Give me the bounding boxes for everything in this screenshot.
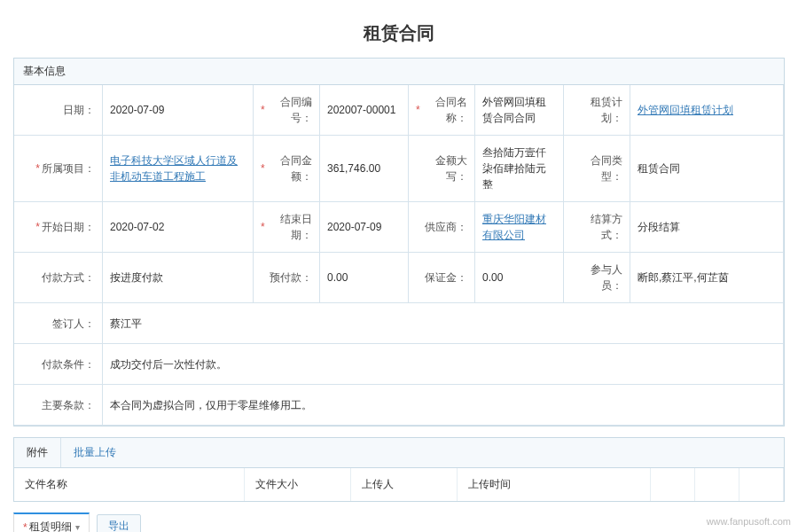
value-settle-method: 分段结算	[630, 202, 784, 253]
value-prepay: 0.00	[320, 253, 409, 303]
col-empty-1	[651, 468, 695, 501]
label-end-date: *结束日期：	[254, 202, 320, 253]
label-deposit: 保证金：	[409, 253, 475, 303]
tab-attachments[interactable]: 附件	[14, 438, 60, 467]
label-contract-no: *合同编号：	[254, 85, 320, 136]
attachments-tabs: 附件 批量上传	[14, 438, 784, 468]
label-settle-method: 结算方式：	[564, 202, 630, 253]
value-end-date: 2020-07-09	[320, 202, 409, 253]
value-pay-method: 按进度付款	[103, 253, 254, 303]
label-prepay: 预付款：	[254, 253, 320, 303]
col-empty-2	[695, 468, 739, 501]
label-amount: *合同金额：	[254, 136, 320, 202]
col-file-size: 文件大小	[245, 468, 351, 501]
info-grid: 日期： 2020-07-09 *合同编号： 202007-00001 *合同名称…	[14, 85, 784, 426]
value-pay-condition: 成功交付后一次性付款。	[103, 344, 784, 385]
value-amount: 361,746.00	[320, 136, 409, 202]
basic-info-panel: 基本信息 日期： 2020-07-09 *合同编号： 202007-00001 …	[13, 58, 785, 426]
label-pay-method: 付款方式：	[14, 253, 103, 303]
value-contract-type: 租赁合同	[630, 136, 784, 202]
batch-upload-link[interactable]: 批量上传	[60, 438, 129, 467]
attachments-panel: 附件 批量上传 文件名称 文件大小 上传人 上传时间	[13, 437, 785, 502]
label-contract-type: 合同类型：	[564, 136, 630, 202]
bottom-toolbar: * 租赁明细 ▾ 导出	[13, 512, 785, 532]
label-amount-cn: 金额大写：	[409, 136, 475, 202]
value-deposit: 0.00	[475, 253, 564, 303]
panel-header: 基本信息	[14, 59, 784, 85]
page-title: 租赁合同	[13, 9, 785, 58]
label-signer: 签订人：	[14, 303, 103, 344]
value-participants: 断郎,蔡江平,何芷茵	[630, 253, 784, 303]
supplier-link[interactable]: 重庆华阳建材有限公司	[482, 211, 556, 243]
value-project: 电子科技大学区域人行道及非机动车道工程施工	[103, 136, 254, 202]
project-link[interactable]: 电子科技大学区域人行道及非机动车道工程施工	[110, 153, 246, 184]
value-signer: 蔡江平	[103, 303, 784, 344]
lease-plan-link[interactable]: 外管网回填租赁计划	[638, 102, 733, 118]
value-contract-name: 外管网回填租赁合同合同	[475, 85, 564, 136]
label-participants: 参与人员：	[564, 253, 630, 303]
col-uploader: 上传人	[351, 468, 458, 501]
required-star: *	[23, 521, 27, 533]
label-start-date: *开始日期：	[14, 202, 103, 253]
value-date: 2020-07-09	[103, 85, 254, 136]
attachments-table-header: 文件名称 文件大小 上传人 上传时间	[14, 468, 784, 501]
tab-lease-detail-label: 租赁明细	[29, 520, 72, 532]
export-button[interactable]: 导出	[97, 514, 141, 532]
value-lease-plan: 外管网回填租赁计划	[630, 85, 784, 136]
label-project: *所属项目：	[14, 136, 103, 202]
value-amount-cn: 叁拾陆万壹仟柒佰肆拾陆元整	[475, 136, 564, 202]
label-supplier: 供应商：	[409, 202, 475, 253]
value-supplier: 重庆华阳建材有限公司	[475, 202, 564, 253]
watermark: www.fanpusoft.com	[707, 516, 791, 527]
tab-lease-detail[interactable]: * 租赁明细 ▾	[13, 512, 90, 532]
value-start-date: 2020-07-02	[103, 202, 254, 253]
col-file-name: 文件名称	[14, 468, 245, 501]
label-main-clause: 主要条款：	[14, 385, 103, 426]
col-empty-3	[739, 468, 784, 501]
col-upload-time: 上传时间	[458, 468, 651, 501]
value-contract-no: 202007-00001	[320, 85, 409, 136]
label-contract-name: *合同名称：	[409, 85, 475, 136]
label-lease-plan: 租赁计划：	[564, 85, 630, 136]
value-main-clause: 本合同为虚拟合同，仅用于零星维修用工。	[103, 385, 784, 426]
caret-down-icon: ▾	[75, 522, 80, 532]
label-pay-condition: 付款条件：	[14, 344, 103, 385]
label-date: 日期：	[14, 85, 103, 136]
